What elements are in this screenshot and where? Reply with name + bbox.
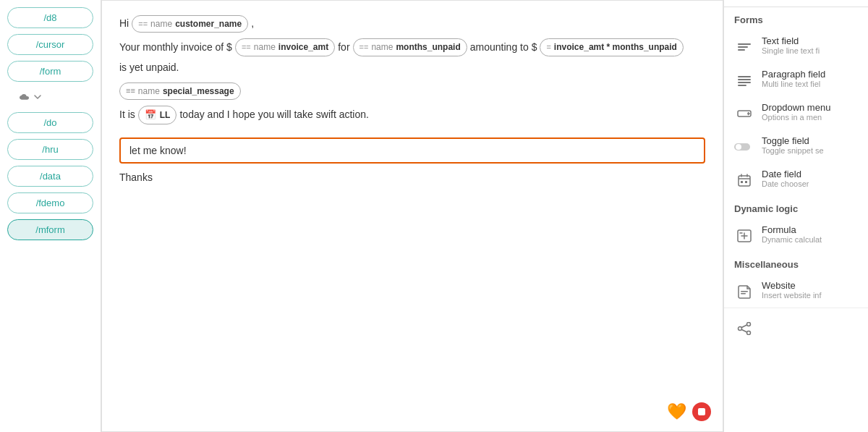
text-field-sub: Single line text fi <box>762 46 820 55</box>
misc-section-title: Miscellaneous <box>724 252 868 274</box>
line2-suffix: is yet unpaid. <box>119 59 179 77</box>
toggle-sub: Toggle snippet se <box>762 146 824 155</box>
forms-section-title: Forms <box>724 7 868 30</box>
sidebar-item-fdemo[interactable]: /fdemo <box>7 192 93 213</box>
svg-rect-1 <box>738 46 748 48</box>
chip-formula[interactable]: = invoice_amt * months_unpaid <box>540 38 683 56</box>
chip-name-4: special_message <box>163 84 234 98</box>
chip-customer-name[interactable]: = name customer_name <box>132 15 248 33</box>
share-icon <box>734 318 754 339</box>
paragraph-field-icon <box>734 70 754 90</box>
svg-rect-2 <box>738 49 745 51</box>
svg-point-17 <box>747 331 751 335</box>
line2-for: for <box>338 39 349 56</box>
main-editor-area: Hi = name customer_name , Your monthly i… <box>101 0 723 432</box>
line1-prefix: Hi <box>119 15 129 33</box>
panel-item-date[interactable]: Date field Date chooser <box>724 163 868 196</box>
line4-suffix: today and I hope you will take swift act… <box>179 106 368 124</box>
svg-rect-5 <box>738 82 751 83</box>
formula-icon <box>734 226 754 246</box>
paragraph-field-title: Paragraph field <box>762 69 825 80</box>
chip-months-unpaid[interactable]: = name months_unpaid <box>353 38 467 56</box>
toggle-field-icon <box>734 137 754 157</box>
sidebar-item-mform[interactable]: /mform <box>7 219 93 240</box>
equals-icon: = <box>138 17 148 31</box>
cloud-icon <box>16 92 30 102</box>
text-field-icon <box>734 37 754 57</box>
panel-item-dropdown[interactable]: Dropdown menu Options in a men <box>724 96 868 130</box>
svg-rect-10 <box>739 176 750 186</box>
line2-prefix: Your monthly invoice of $ <box>119 39 232 56</box>
line1-comma: , <box>251 15 254 33</box>
paragraph-field-sub: Multi line text fiel <box>762 80 825 88</box>
sidebar-item-d8[interactable]: /d8 <box>7 7 93 28</box>
date-sub: Date chooser <box>762 179 809 188</box>
panel-item-toggle[interactable]: Toggle field Toggle snippet se <box>724 130 868 163</box>
website-sub: Insert website inf <box>762 291 822 300</box>
chip-invoice-amt[interactable]: = name invoice_amt <box>235 38 335 56</box>
sidebar-item-cursor[interactable]: /cursor <box>7 34 93 55</box>
date-field-icon <box>734 170 754 190</box>
chip-label: name <box>150 17 172 31</box>
chip-name-3: months_unpaid <box>396 40 460 54</box>
line2-amounting: amounting to $ <box>470 39 537 56</box>
panel-item-text-field[interactable]: Text field Single line text fi <box>724 30 868 63</box>
equals-icon-2: = <box>242 41 251 54</box>
right-panel: Forms Text field Single line text fi Pa <box>723 0 868 432</box>
panel-item-website[interactable]: Website Insert website inf <box>724 274 868 308</box>
chip-name: customer_name <box>175 17 242 31</box>
svg-rect-14 <box>741 291 748 292</box>
website-title: Website <box>762 280 822 291</box>
editor-line-2: Your monthly invoice of $ = name invoice… <box>119 38 705 76</box>
editor-line-3: ≡ name special_message <box>119 82 705 100</box>
panel-top-bar <box>724 0 868 7</box>
editor-container: Hi = name customer_name , Your monthly i… <box>101 0 723 432</box>
chip-date-badge: LL <box>160 108 171 122</box>
chip-label-2: name <box>254 40 276 54</box>
svg-rect-4 <box>738 79 751 80</box>
dynamic-logic-title: Dynamic logic <box>724 196 868 219</box>
chip-name-2: invoice_amt <box>278 40 328 54</box>
editor-text-input[interactable] <box>119 137 705 164</box>
sidebar-item-hru[interactable]: /hru <box>7 139 93 160</box>
calendar-icon: 📅 <box>145 107 156 123</box>
chip-date[interactable]: 📅 LL <box>138 106 177 124</box>
formula-title: Formula <box>762 224 822 235</box>
bottom-icons: 🧡 <box>667 402 711 421</box>
share-item[interactable] <box>724 308 868 347</box>
svg-point-18 <box>739 327 742 331</box>
website-icon <box>734 281 754 302</box>
sidebar-item-form[interactable]: /form <box>7 61 93 82</box>
chip-label-3: name <box>371 40 393 54</box>
line4-prefix: It is <box>119 106 135 124</box>
paragraph-icon: ≡ <box>126 84 135 98</box>
toggle-title: Toggle field <box>762 135 824 146</box>
sidebar-item-do[interactable]: /do <box>7 112 93 133</box>
svg-rect-12 <box>745 181 747 183</box>
svg-point-9 <box>736 144 741 150</box>
editor-line-4: It is 📅 LL today and I hope you will tak… <box>119 106 705 124</box>
date-title: Date field <box>762 169 809 179</box>
chevron-down-icon <box>33 93 42 101</box>
equals-icon-3: = <box>359 41 369 54</box>
sidebar: /d8 /cursor /form /do /hru /data /fdemo … <box>0 0 101 432</box>
chip-special-message[interactable]: ≡ name special_message <box>119 82 241 100</box>
formula-sub: Dynamic calculat <box>762 235 822 244</box>
sidebar-item-data[interactable]: /data <box>7 166 93 187</box>
editor-last-line: Thanks <box>119 169 705 187</box>
sidebar-cloud[interactable] <box>7 88 93 106</box>
chip-label-4: name <box>138 84 160 98</box>
svg-rect-15 <box>741 293 746 295</box>
heart-icon[interactable]: 🧡 <box>667 402 686 421</box>
dropdown-menu-icon <box>734 103 754 124</box>
panel-item-formula[interactable]: Formula Dynamic calculat <box>724 219 868 252</box>
svg-rect-0 <box>738 43 751 45</box>
equals-icon-4: = <box>546 41 550 54</box>
stop-button[interactable] <box>692 402 711 421</box>
svg-rect-6 <box>738 85 746 86</box>
dropdown-sub: Options in a men <box>762 113 830 122</box>
panel-item-paragraph[interactable]: Paragraph field Multi line text fiel <box>724 63 868 96</box>
chip-formula-value: invoice_amt * months_unpaid <box>554 40 677 54</box>
editor-line-1: Hi = name customer_name , <box>119 15 705 33</box>
svg-point-16 <box>747 323 751 326</box>
